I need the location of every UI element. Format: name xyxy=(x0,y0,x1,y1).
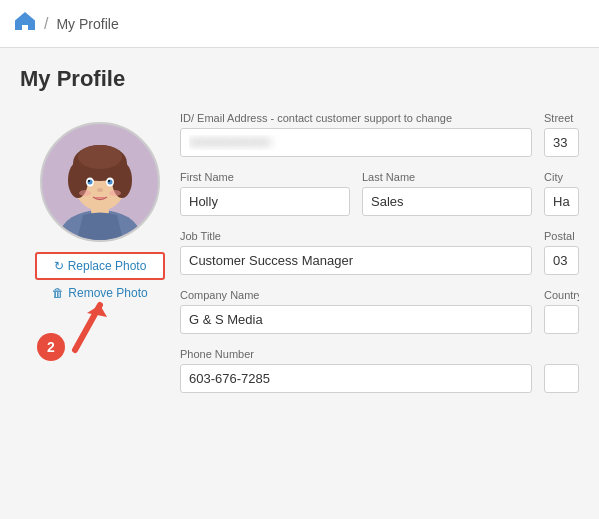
breadcrumb-separator: / xyxy=(44,15,48,33)
city-group-partial: City xyxy=(544,171,579,216)
street-group-partial: Street xyxy=(544,112,579,157)
form-panel: ID/ Email Address - contact customer sup… xyxy=(180,112,579,393)
annotation-wrap: ↻ Replace Photo 🗑 Remove Photo 2 xyxy=(35,242,165,360)
svg-point-12 xyxy=(88,180,90,182)
email-row: ID/ Email Address - contact customer sup… xyxy=(180,112,579,157)
job-title-row: Job Title Postal xyxy=(180,230,579,275)
email-label: ID/ Email Address - contact customer sup… xyxy=(180,112,532,124)
company-group: Company Name xyxy=(180,289,532,334)
last-name-label: Last Name xyxy=(362,171,532,183)
avatar xyxy=(40,122,160,242)
postal-label: Postal xyxy=(544,230,579,242)
step-badge-2: 2 xyxy=(37,333,65,361)
phone-row: Phone Number xyxy=(180,348,579,393)
left-panel: ↻ Replace Photo 🗑 Remove Photo 2 xyxy=(20,112,180,393)
replace-photo-button[interactable]: ↻ Replace Photo xyxy=(35,252,165,280)
postal-input[interactable] xyxy=(544,246,579,275)
replace-photo-label: Replace Photo xyxy=(68,259,147,273)
extra-col-partial xyxy=(544,348,579,393)
svg-point-10 xyxy=(87,180,92,185)
phone-input[interactable] xyxy=(180,364,532,393)
breadcrumb-bar: / My Profile xyxy=(0,0,599,48)
phone-group: Phone Number xyxy=(180,348,532,393)
country-input[interactable] xyxy=(544,305,579,334)
extra-input[interactable] xyxy=(544,364,579,393)
page-title-section: My Profile xyxy=(0,48,599,102)
last-name-input[interactable] xyxy=(362,187,532,216)
job-title-input[interactable] xyxy=(180,246,532,275)
street-label: Street xyxy=(544,112,579,124)
page-title: My Profile xyxy=(20,66,579,92)
breadcrumb-current: My Profile xyxy=(56,16,118,32)
first-name-label: First Name xyxy=(180,171,350,183)
email-group: ID/ Email Address - contact customer sup… xyxy=(180,112,532,157)
svg-point-7 xyxy=(78,145,122,169)
job-title-label: Job Title xyxy=(180,230,532,242)
svg-point-16 xyxy=(109,190,121,196)
job-title-group: Job Title xyxy=(180,230,532,275)
last-name-group: Last Name xyxy=(362,171,532,216)
country-group-partial: Country xyxy=(544,289,579,334)
refresh-icon: ↻ xyxy=(54,259,64,273)
city-input[interactable] xyxy=(544,187,579,216)
svg-point-13 xyxy=(108,180,110,182)
country-label: Country xyxy=(544,289,579,301)
street-input[interactable] xyxy=(544,128,579,157)
city-label: City xyxy=(544,171,579,183)
main-content: ↻ Replace Photo 🗑 Remove Photo 2 xyxy=(0,102,599,403)
postal-group-partial: Postal xyxy=(544,230,579,275)
phone-label: Phone Number xyxy=(180,348,532,360)
first-name-group: First Name xyxy=(180,171,350,216)
svg-point-14 xyxy=(97,188,103,192)
company-label: Company Name xyxy=(180,289,532,301)
svg-point-11 xyxy=(107,180,112,185)
name-row: First Name Last Name City xyxy=(180,171,579,216)
email-input[interactable] xyxy=(180,128,532,157)
company-input[interactable] xyxy=(180,305,532,334)
company-row: Company Name Country xyxy=(180,289,579,334)
first-name-input[interactable] xyxy=(180,187,350,216)
home-icon[interactable] xyxy=(14,11,36,36)
svg-point-15 xyxy=(79,190,91,196)
